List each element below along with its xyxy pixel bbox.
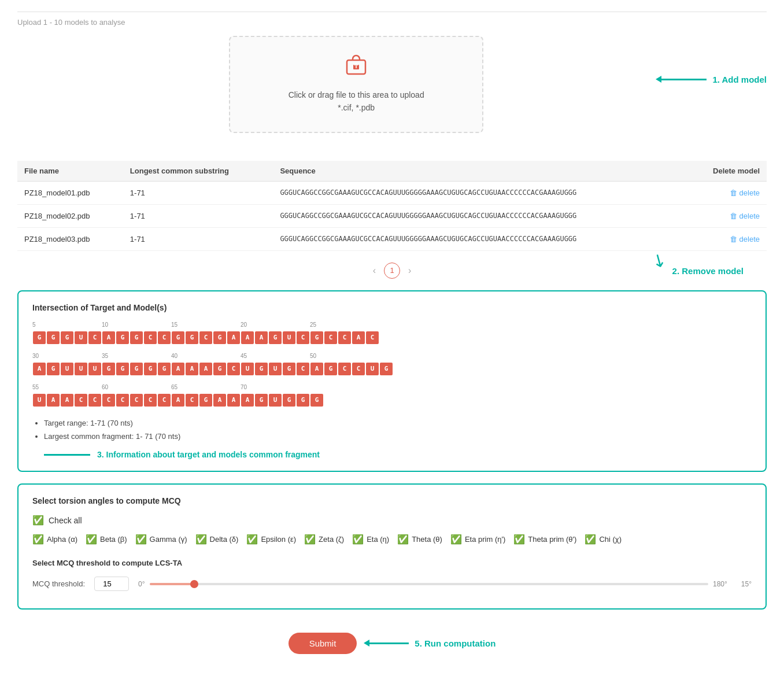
seq-char: C: [297, 363, 309, 375]
seq-char: G: [213, 363, 226, 375]
cell-delete: 🗑 delete: [686, 227, 767, 250]
annotation-5-container: 5. Run computation: [368, 638, 495, 648]
angle-item-2[interactable]: ✅ Gamma (γ): [135, 534, 187, 545]
angle-item-5[interactable]: ✅ Zeta (ζ): [304, 534, 344, 545]
angle-item-9[interactable]: ✅ Theta prim (θ'): [513, 534, 576, 545]
slider-thumb[interactable]: [190, 580, 198, 588]
angle-item-1[interactable]: ✅ Beta (β): [86, 534, 127, 545]
fragment-info: Target range: 1-71 (70 nts) Largest comm…: [32, 416, 752, 444]
slider-min-label: 0°: [138, 580, 145, 588]
arrow3-line: [44, 454, 90, 456]
seq-char: G: [116, 363, 129, 375]
current-page[interactable]: 1: [384, 263, 400, 279]
trash-icon: 🗑: [730, 212, 737, 220]
seq-char: U: [241, 363, 254, 375]
angle-item-10[interactable]: ✅ Chi (χ): [585, 534, 622, 545]
angle-label: Chi (χ): [599, 535, 622, 544]
upload-section-label: Upload 1 - 10 models to analyse: [17, 12, 767, 27]
cell-filename: PZ18_model01.pdb: [17, 181, 123, 204]
angle-check-icon: ✅: [135, 534, 147, 545]
trash-icon: 🗑: [730, 235, 737, 243]
seq-char: C: [338, 331, 351, 344]
seq-char: A: [227, 394, 240, 407]
angle-check-icon: ✅: [304, 534, 316, 545]
angle-label: Alpha (α): [47, 535, 77, 544]
seq-char: U: [269, 394, 282, 407]
seq-char: G: [102, 363, 115, 375]
seq-char: G: [213, 331, 226, 344]
seq-char: C: [75, 394, 87, 407]
prev-page-button[interactable]: ‹: [369, 264, 379, 277]
cell-delete: 🗑 delete: [686, 204, 767, 227]
angle-item-8[interactable]: ✅ Eta prim (η'): [450, 534, 505, 545]
threshold-input[interactable]: [94, 577, 129, 591]
seq-char: U: [88, 363, 101, 375]
angle-check-icon: ✅: [513, 534, 525, 545]
cell-lcs: 1-71: [123, 181, 273, 204]
seq-char: C: [227, 363, 240, 375]
angle-item-3[interactable]: ✅ Delta (δ): [195, 534, 239, 545]
check-all-label[interactable]: Check all: [49, 516, 82, 525]
angle-item-6[interactable]: ✅ Eta (η): [352, 534, 389, 545]
seq-char: U: [61, 363, 73, 375]
seq-char: G: [283, 394, 295, 407]
angle-label: Theta (θ): [412, 535, 442, 544]
slider-track[interactable]: [150, 583, 708, 585]
delete-button-1[interactable]: 🗑 delete: [730, 212, 760, 220]
cell-delete: 🗑 delete: [686, 181, 767, 204]
angle-item-0[interactable]: ✅ Alpha (α): [32, 534, 77, 545]
seq-ruler: 510152025: [32, 322, 752, 330]
seq-char: A: [241, 394, 254, 407]
angle-check-icon: ✅: [86, 534, 97, 545]
seq-char: G: [186, 331, 198, 344]
seq-char: G: [130, 363, 143, 375]
seq-char: C: [88, 331, 101, 344]
seq-char: C: [130, 394, 143, 407]
next-page-button[interactable]: ›: [405, 264, 415, 277]
seq-ruler: 55606570: [32, 384, 752, 392]
delete-button-2[interactable]: 🗑 delete: [730, 235, 760, 243]
seq-char: A: [172, 394, 184, 407]
torsion-card: Select torsion angles to compute MCQ ✅ C…: [17, 483, 767, 610]
seq-char: G: [283, 363, 295, 375]
submit-button[interactable]: Submit: [289, 633, 357, 654]
seq-block: 55606570UAACCCCCCCACGAAAGUGGG: [32, 384, 752, 407]
largest-fragment: Largest common fragment: 1- 71 (70 nts): [44, 430, 752, 443]
table-row: PZ18_model03.pdb 1-71 GGGUCAGGCCGGCGAAAG…: [17, 227, 767, 250]
seq-char: C: [88, 394, 101, 407]
col-delete: Delete model: [686, 161, 767, 182]
angle-label: Eta prim (η'): [465, 535, 505, 544]
annotation-2: 2. Remove model: [672, 266, 744, 276]
cell-filename: PZ18_model02.pdb: [17, 204, 123, 227]
seq-char: A: [47, 394, 60, 407]
angle-label: Zeta (ζ): [319, 535, 344, 544]
angle-check-icon: ✅: [32, 534, 44, 545]
angle-check-icon: ✅: [450, 534, 462, 545]
upload-instruction: Click or drag file to this area to uploa…: [242, 88, 471, 115]
seq-chars: UAACCCCCCCACGAAAGUGGG: [32, 393, 752, 407]
angle-label: Beta (β): [100, 535, 127, 544]
angle-check-icon: ✅: [397, 534, 409, 545]
threshold-label: MCQ threshold:: [32, 579, 85, 588]
seq-char: G: [61, 331, 73, 344]
seq-char: A: [102, 331, 115, 344]
seq-char: C: [116, 394, 129, 407]
table-row: PZ18_model02.pdb 1-71 GGGUCAGGCCGGCGAAAG…: [17, 204, 767, 227]
seq-char: A: [227, 331, 240, 344]
seq-char: C: [297, 331, 309, 344]
target-range: Target range: 1-71 (70 nts): [44, 416, 752, 430]
upload-dropzone[interactable]: Click or drag file to this area to uploa…: [229, 36, 483, 133]
delete-button-0[interactable]: 🗑 delete: [730, 189, 760, 197]
angle-item-4[interactable]: ✅ Epsilon (ε): [246, 534, 296, 545]
annotation-3: 3. Information about target and models c…: [44, 450, 320, 459]
seq-char: G: [130, 331, 143, 344]
cell-sequence: GGGUCAGGCCGGCGAAAGUCGCCACAGUUUGGGGGAAAGC…: [273, 227, 686, 250]
seq-char: C: [102, 394, 115, 407]
seq-char: G: [144, 363, 157, 375]
seq-char: G: [310, 331, 323, 344]
angle-item-7[interactable]: ✅ Theta (θ): [397, 534, 442, 545]
arrow1-line: [660, 79, 707, 80]
seq-char: A: [213, 394, 226, 407]
annotation-1: 1. Add model: [712, 75, 767, 84]
seq-char: G: [255, 394, 268, 407]
